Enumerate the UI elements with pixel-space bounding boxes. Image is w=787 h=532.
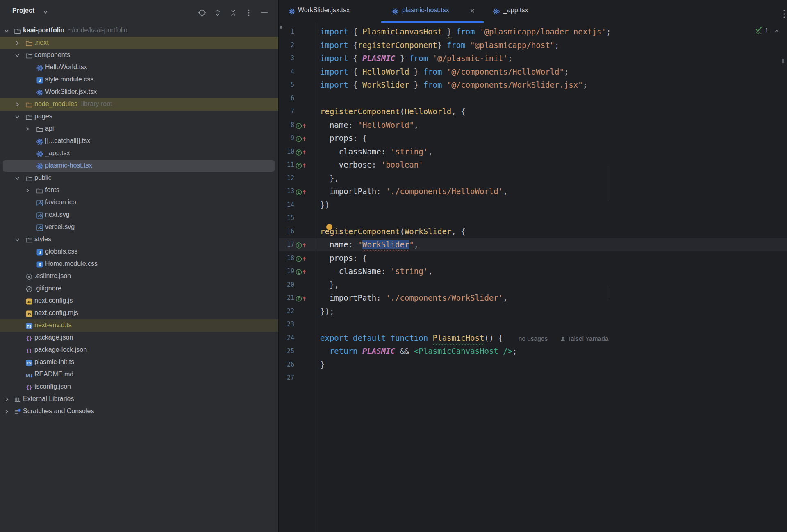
tree-item-api[interactable]: api — [0, 123, 278, 135]
code-line-24[interactable]: 24export default function PlasmicHost() … — [279, 331, 787, 345]
tree-item-next-env.d.ts[interactable]: TSnext-env.d.ts — [0, 319, 278, 332]
tab-options-kebab-icon[interactable] — [782, 9, 786, 23]
locate-file-icon[interactable] — [198, 8, 207, 17]
image-icon — [36, 199, 43, 208]
tree-item-.next[interactable]: .next — [0, 37, 278, 49]
tree-item-package.json[interactable]: {}package.json — [0, 332, 278, 344]
code-line-11[interactable]: 11 verbose: 'boolean' — [279, 158, 787, 172]
tab-label: _app.tsx — [503, 7, 528, 14]
tree-item-ExternalLibraries[interactable]: External Libraries — [0, 393, 278, 405]
line-number: 9 — [279, 131, 294, 145]
code-area[interactable]: 1import { PlasmicCanvasHost } from '@pla… — [279, 23, 787, 532]
line-number: 13 — [279, 185, 294, 198]
code-line-7[interactable]: 7registerComponent(HelloWorld, { — [279, 105, 787, 118]
code-text: }) — [320, 198, 330, 212]
tree-item-pages[interactable]: pages — [0, 111, 278, 123]
chevron-down-icon[interactable] — [14, 175, 20, 183]
tree-item-ScratchesandConsoles[interactable]: Scratches and Consoles — [0, 405, 278, 418]
tree-item-HelloWorld.tsx[interactable]: HelloWorld.tsx — [0, 61, 278, 74]
line-number: 1 — [279, 25, 294, 38]
code-line-13[interactable]: 13 importPath: './components/HelloWorld'… — [279, 185, 787, 198]
tree-item-public[interactable]: public — [0, 172, 278, 184]
code-line-27[interactable]: 27 — [279, 371, 787, 385]
code-line-26[interactable]: 26} — [279, 358, 787, 371]
tree-item-next.config.js[interactable]: JSnext.config.js — [0, 295, 278, 307]
code-line-15[interactable]: 15 — [279, 211, 787, 225]
code-line-2[interactable]: 2import {registerComponent} from "@plasm… — [279, 38, 787, 52]
tree-item-.eslintrc.json[interactable]: .eslintrc.json — [0, 270, 278, 283]
chevron-right-icon[interactable] — [14, 40, 20, 48]
usages-inlay[interactable]: no usages — [519, 335, 548, 342]
code-line-1[interactable]: 1import { PlasmicCanvasHost } from '@pla… — [279, 25, 787, 38]
hide-panel-icon[interactable] — [260, 8, 269, 17]
tree-item-styles[interactable]: styles — [0, 233, 278, 246]
tree-item-components[interactable]: components — [0, 49, 278, 61]
code-line-20[interactable]: 20 }, — [279, 278, 787, 292]
code-text: name: "WorkSlider", — [320, 238, 419, 251]
chevron-down-icon[interactable] — [14, 236, 20, 244]
code-line-8[interactable]: 8 name: "HelloWorld", — [279, 118, 787, 132]
tree-item-...catchall.tsx[interactable]: [[...catchall]].tsx — [0, 135, 278, 147]
code-line-23[interactable]: 23 — [279, 318, 787, 331]
tab-WorkSlider.jsx.tsx[interactable]: WorkSlider.jsx.tsx — [279, 0, 381, 23]
tree-item-favicon.ico[interactable]: favicon.ico — [0, 197, 278, 209]
chevron-right-icon[interactable] — [24, 126, 31, 134]
tree-item-label: README.md — [34, 371, 73, 378]
code-line-10[interactable]: 10 className: 'string', — [279, 145, 787, 158]
line-number: 2 — [279, 38, 294, 52]
collapse-all-icon[interactable] — [229, 8, 238, 17]
react-file-icon — [288, 8, 296, 17]
tree-item-next.svg[interactable]: next.svg — [0, 209, 278, 221]
more-options-icon[interactable] — [244, 8, 253, 17]
code-line-4[interactable]: 4import { HelloWorld } from "@/component… — [279, 65, 787, 79]
chevron-right-icon[interactable] — [14, 101, 20, 109]
tree-item-kaai-portfolio[interactable]: kaai-portfolio~/code/kaai-portfolio — [0, 25, 278, 37]
chevron-right-icon[interactable] — [3, 408, 10, 417]
code-line-6[interactable]: 6 — [279, 92, 787, 105]
code-line-22[interactable]: 22}); — [279, 305, 787, 318]
tree-item-label: package.json — [34, 334, 73, 341]
tree-item-WorkSlider.jsx.tsx[interactable]: WorkSlider.jsx.tsx — [0, 86, 278, 98]
tree-item-plasmic-host.tsx[interactable]: plasmic-host.tsx — [0, 160, 278, 172]
tree-item-node_modules[interactable]: node_moduleslibrary root — [0, 98, 278, 111]
project-panel-title[interactable]: Project — [12, 7, 34, 14]
tree-item-.gitignore[interactable]: .gitignore — [0, 283, 278, 295]
tree-item-package-lock.json[interactable]: {}package-lock.json — [0, 344, 278, 356]
chevron-up-icon[interactable] — [773, 27, 780, 36]
scrollbar-error-stripe-mark[interactable] — [782, 59, 784, 63]
code-line-3[interactable]: 3import { PLASMIC } from '@/plasmic-init… — [279, 52, 787, 65]
chevron-down-icon[interactable] — [14, 113, 20, 122]
code-text: className: 'string', — [320, 145, 433, 158]
chevron-down-icon[interactable] — [14, 52, 20, 60]
code-line-19[interactable]: 19 className: 'string', — [279, 265, 787, 278]
code-line-5[interactable]: 5import { WorkSlider } from "@/component… — [279, 78, 787, 92]
code-line-25[interactable]: 25 return PLASMIC && <PlasmicCanvasHost … — [279, 344, 787, 358]
tree-item-_app.tsx[interactable]: _app.tsx — [0, 147, 278, 160]
tree-item-Home.module.css[interactable]: 3Home.module.css — [0, 258, 278, 270]
code-line-12[interactable]: 12 }, — [279, 172, 787, 185]
code-line-18[interactable]: 18 props: { — [279, 251, 787, 265]
tree-item-plasmic-init.ts[interactable]: TSplasmic-init.ts — [0, 356, 278, 369]
tree-item-vercel.svg[interactable]: vercel.svg — [0, 221, 278, 233]
code-line-16[interactable]: 16registerComponent(WorkSlider, { — [279, 225, 787, 238]
chevron-down-icon[interactable] — [3, 27, 10, 36]
code-line-21[interactable]: 21 importPath: './components/WorkSlider'… — [279, 291, 787, 305]
code-text: import { WorkSlider } from "@/components… — [320, 78, 587, 92]
tree-item-tsconfig.json[interactable]: {}tsconfig.json — [0, 381, 278, 393]
tree-item-fonts[interactable]: fonts — [0, 184, 278, 197]
code-line-17[interactable]: 17 name: "WorkSlider", — [279, 238, 787, 251]
chevron-right-icon[interactable] — [3, 396, 10, 404]
code-line-14[interactable]: 14}) — [279, 198, 787, 212]
chevron-right-icon[interactable] — [24, 187, 31, 195]
tree-item-README.md[interactable]: MREADME.md — [0, 369, 278, 381]
tab-close-icon[interactable]: ✕ — [470, 7, 475, 15]
tree-item-next.config.mjs[interactable]: JSnext.config.mjs — [0, 307, 278, 319]
tree-item-style.module.css[interactable]: 3style.module.css — [0, 74, 278, 86]
tab-plasmic-host.tsx[interactable]: plasmic-host.tsx✕ — [381, 0, 484, 23]
tab-_app.tsx[interactable]: _app.tsx — [484, 0, 545, 23]
code-line-9[interactable]: 9 props: { — [279, 131, 787, 145]
highlight-dot-marker — [326, 224, 332, 230]
tree-item-globals.css[interactable]: 3globals.css — [0, 246, 278, 258]
code-author-inlay[interactable]: Taisei Yamada — [566, 335, 608, 342]
expand-all-icon[interactable] — [213, 8, 222, 17]
